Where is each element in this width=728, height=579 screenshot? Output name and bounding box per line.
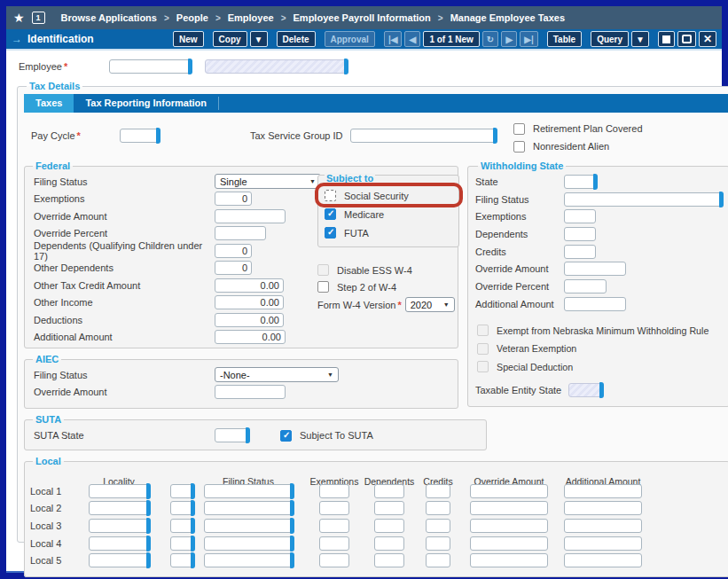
local-filing-status-input[interactable] [204, 501, 293, 515]
tab-tax-reporting-information[interactable]: Tax Reporting Information [74, 94, 218, 113]
federal-section: Federal Filing Status Single ▼ Exemption… [24, 160, 458, 348]
local-filing-status-input[interactable] [204, 484, 293, 498]
local-credits-input[interactable] [426, 501, 450, 515]
federal-deductions-input[interactable] [215, 313, 284, 327]
federal-dependents-input[interactable] [215, 244, 252, 258]
breadcrumb-item[interactable]: People [176, 12, 208, 23]
local-locality-input[interactable] [89, 501, 149, 515]
query-button[interactable]: Query [591, 31, 629, 47]
wh-override-amount-input[interactable] [564, 262, 626, 276]
copy-dropdown-icon[interactable]: ▼ [250, 31, 268, 47]
query-dropdown-icon[interactable]: ▼ [631, 31, 649, 47]
local-locality-input[interactable] [89, 519, 149, 533]
local-exemptions-input[interactable] [319, 519, 349, 533]
new-button[interactable]: New [173, 31, 204, 47]
local-additional-amount-input[interactable] [564, 519, 642, 533]
window-number-icon[interactable]: 1 [32, 12, 45, 24]
favorite-star-icon[interactable]: ★ [13, 11, 25, 25]
breadcrumb-item[interactable]: Employee [228, 12, 274, 23]
federal-filing-status-select[interactable]: Single ▼ [215, 174, 321, 189]
employee-input[interactable] [109, 59, 191, 74]
local-dependents-input[interactable] [374, 536, 404, 551]
maximize-window-icon[interactable] [677, 31, 696, 47]
aiec-override-amount-input[interactable] [215, 385, 286, 399]
step2-w4-checkbox[interactable] [317, 281, 329, 293]
local-code-input[interactable] [170, 536, 193, 551]
nonresident-alien-checkbox[interactable] [513, 141, 525, 153]
wh-state-input[interactable] [564, 175, 596, 189]
copy-button[interactable]: Copy [213, 31, 247, 47]
restore-window-icon[interactable] [658, 31, 675, 47]
social-security-checkbox[interactable] [325, 190, 336, 201]
disable-ess-w4-checkbox [317, 264, 329, 276]
local-code-input[interactable] [170, 501, 193, 515]
aiec-filing-status-select[interactable]: -None- ▼ [215, 367, 339, 382]
pay-cycle-row: Pay Cycle Tax Service Group ID Retiremen… [26, 120, 728, 159]
local-additional-amount-input[interactable] [564, 484, 642, 498]
wh-override-percent-input[interactable] [564, 279, 607, 293]
table-button[interactable]: Table [547, 31, 582, 47]
local-filing-status-input[interactable] [204, 536, 293, 551]
disable-ess-w4-label: Disable ESS W-4 [337, 265, 412, 276]
local-row-label: Local 1 [30, 486, 61, 497]
local-filing-status-input[interactable] [204, 519, 293, 533]
federal-override-percent-input[interactable] [215, 226, 266, 240]
local-locality-input[interactable] [89, 553, 149, 567]
local-additional-amount-input[interactable] [564, 501, 642, 515]
federal-additional-amount-input[interactable] [215, 330, 286, 344]
federal-other-tax-credit-input[interactable] [215, 278, 284, 293]
breadcrumb-item[interactable]: Employee Payroll Information [294, 12, 431, 23]
local-additional-amount-input[interactable] [564, 536, 642, 551]
pay-cycle-input[interactable] [120, 129, 159, 143]
suta-state-input[interactable] [215, 428, 248, 442]
local-code-input[interactable] [170, 519, 193, 533]
local-dependents-input[interactable] [374, 519, 404, 533]
local-filing-status-input[interactable] [204, 553, 293, 567]
local-override-amount-input[interactable] [470, 484, 548, 498]
local-exemptions-input[interactable] [319, 536, 349, 551]
close-icon[interactable]: ✕ [699, 31, 716, 47]
federal-override-amount-input[interactable] [215, 209, 286, 223]
wh-additional-amount-input[interactable] [564, 297, 626, 311]
local-locality-input[interactable] [89, 536, 149, 551]
federal-other-income-input[interactable] [215, 295, 284, 309]
local-override-amount-input[interactable] [470, 519, 548, 533]
breadcrumb: Browse Applications > People > Employee … [61, 12, 565, 23]
local-exemptions-input[interactable] [319, 553, 349, 567]
federal-exemptions-input[interactable] [215, 192, 252, 206]
next-record-icon: ▶ [501, 31, 517, 47]
tax-service-group-input[interactable] [350, 129, 496, 143]
futa-checkbox[interactable] [325, 227, 336, 239]
local-code-input[interactable] [170, 484, 193, 498]
local-dependents-input[interactable] [374, 501, 404, 515]
medicare-checkbox[interactable] [325, 208, 336, 220]
local-code-input[interactable] [170, 553, 193, 567]
local-override-amount-input[interactable] [470, 553, 548, 567]
local-additional-amount-input[interactable] [564, 553, 642, 567]
wh-filing-status-input[interactable] [564, 192, 722, 207]
local-override-amount-input[interactable] [470, 501, 548, 515]
wh-credits-input[interactable] [564, 245, 596, 259]
breadcrumb-item[interactable]: Browse Applications [61, 12, 157, 23]
tab-taxes[interactable]: Taxes [24, 94, 74, 113]
local-credits-input[interactable] [426, 484, 450, 498]
nebraska-exempt-checkbox [477, 325, 489, 336]
local-credits-input[interactable] [426, 553, 450, 567]
local-exemptions-input[interactable] [319, 501, 349, 515]
local-credits-input[interactable] [426, 519, 450, 533]
local-dependents-input[interactable] [374, 484, 404, 498]
local-exemptions-input[interactable] [319, 484, 349, 498]
local-override-amount-input[interactable] [470, 536, 548, 551]
wh-exemptions-input[interactable] [564, 209, 596, 223]
breadcrumb-separator: > [215, 13, 221, 23]
delete-button[interactable]: Delete [277, 31, 316, 47]
form-w4-version-select[interactable]: 2020 ▼ [405, 297, 455, 312]
wh-dependents-input[interactable] [564, 227, 596, 241]
local-credits-input[interactable] [426, 536, 450, 551]
retirement-plan-covered-checkbox[interactable] [513, 123, 525, 135]
local-dependents-input[interactable] [374, 553, 404, 567]
local-locality-input[interactable] [89, 484, 149, 498]
subject-to-suta-checkbox[interactable] [280, 430, 292, 442]
veteran-exemption-checkbox [477, 343, 489, 355]
federal-other-dependents-input[interactable] [215, 261, 252, 275]
